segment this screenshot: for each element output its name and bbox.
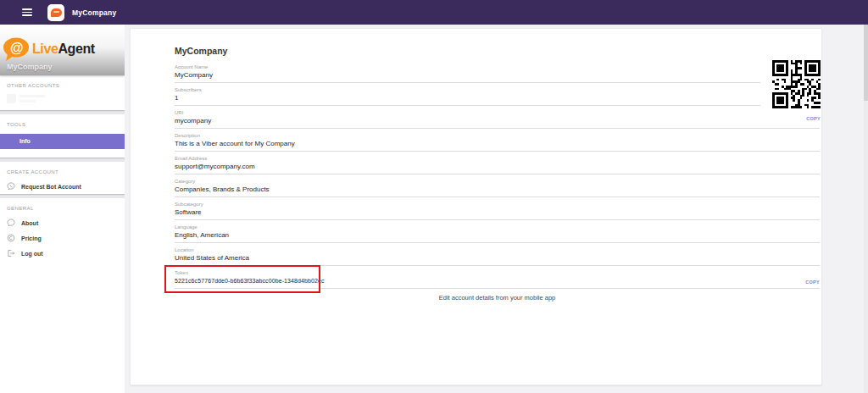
sidebar-item-info[interactable]: Info	[0, 134, 125, 149]
page-title: MyCompany	[175, 46, 820, 56]
main-area: MyCompany Account Name MyCompany Subscri…	[125, 25, 868, 393]
other-accounts-label: OTHER ACCOUNTS	[0, 75, 125, 92]
company-logo-icon	[51, 8, 62, 17]
sidebar-section-create-account: CREATE ACCOUNT Request Bot Account	[0, 162, 125, 194]
create-account-label: CREATE ACCOUNT	[0, 162, 125, 179]
sidebar-item-request-bot-account[interactable]: Request Bot Account	[0, 179, 125, 194]
sidebar-brand-header: @ LiveAgent MyCompany	[0, 25, 125, 75]
footer-note: Edit account details from your mobile ap…	[175, 294, 820, 302]
qr-block: COPY	[772, 60, 821, 124]
sidebar-item-log-out[interactable]: Log out	[0, 246, 125, 261]
token-copy-button[interactable]: COPY	[805, 280, 820, 285]
tools-label: TOOLS	[0, 114, 125, 131]
other-account-placeholder[interactable]	[7, 94, 125, 103]
sidebar-item-pricing[interactable]: Pricing	[0, 230, 125, 246]
field-category: Category Companies, Brands & Products	[175, 179, 820, 197]
logout-icon	[7, 249, 15, 257]
general-label: GENERAL	[0, 198, 125, 215]
field-uri: URI mycompany	[175, 110, 820, 129]
field-token: Token 5221c6c57767dde0-b6b63f33abcc00be-…	[175, 270, 820, 289]
sidebar-section-general: GENERAL About Pricing Log out	[0, 198, 125, 393]
field-location: Location United States of America	[175, 247, 820, 266]
page-body: @ LiveAgent MyCompany OTHER ACCOUNTS TOO…	[0, 25, 868, 393]
top-bar: MyCompany	[0, 0, 868, 25]
brand-watermark: MyCompany	[7, 63, 53, 71]
sidebar-item-label: About	[21, 220, 38, 226]
field-subscribers: Subscribers 1	[175, 87, 760, 106]
hamburger-menu-icon[interactable]	[22, 8, 32, 16]
account-details-card: MyCompany Account Name MyCompany Subscri…	[130, 28, 822, 385]
sidebar-section-other-accounts: OTHER ACCOUNTS	[0, 75, 125, 110]
field-account-name: Account Name MyCompany	[175, 64, 760, 83]
brand-wordmark: LiveAgent	[32, 42, 95, 57]
liveagent-logo-icon: @	[3, 36, 31, 64]
company-avatar	[47, 4, 64, 21]
topbar-title: MyCompany	[72, 8, 116, 17]
brand-agent: Agent	[58, 42, 94, 56]
viber-bot-icon	[7, 182, 15, 191]
sidebar-item-label: Log out	[21, 251, 43, 257]
page-scrollbar[interactable]	[864, 25, 868, 393]
field-description: Description This is a Viber account for …	[175, 133, 820, 152]
scrollbar-thumb[interactable]	[864, 25, 868, 101]
qr-copy-button[interactable]: COPY	[806, 116, 821, 121]
field-language: Language English, American	[175, 224, 820, 243]
pricing-icon	[7, 234, 15, 242]
brand-live: Live	[32, 42, 58, 56]
sidebar-item-about[interactable]: About	[0, 215, 125, 230]
sidebar-item-label: Request Bot Account	[21, 184, 81, 190]
svg-text:@: @	[10, 41, 24, 55]
sidebar-item-label: Pricing	[21, 235, 42, 241]
account-avatar-placeholder	[7, 94, 16, 103]
sidebar-section-tools: TOOLS Info	[0, 114, 125, 158]
qr-code	[772, 60, 821, 108]
sidebar: @ LiveAgent MyCompany OTHER ACCOUNTS TOO…	[0, 25, 125, 393]
chat-bubble-icon	[7, 219, 15, 227]
field-subcategory: Subcategory Software	[175, 202, 820, 220]
field-email-address: Email Address support@mycompany.com	[175, 156, 820, 174]
